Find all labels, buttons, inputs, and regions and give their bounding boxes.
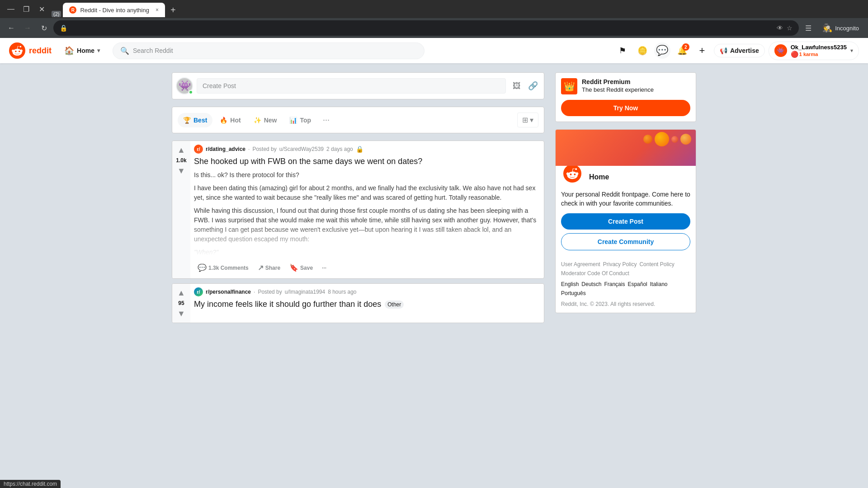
new-icon: ✨ xyxy=(254,117,261,124)
downvote-button-1[interactable]: ▼ xyxy=(176,165,187,176)
sort-best-label: Best xyxy=(193,117,207,124)
moderator-code-link[interactable]: Moderator Code Of Conduct xyxy=(561,270,629,277)
vote-column-2: ▲ 95 ▼ xyxy=(172,284,190,323)
post-separator-1: · xyxy=(248,146,250,152)
comments-button-1[interactable]: 💬 1.3k Comments xyxy=(194,261,252,275)
post-author-1[interactable]: u/ScaredWay2539 xyxy=(279,146,324,152)
address-input[interactable]: reddit.com/?rdt=44567 xyxy=(71,24,773,32)
post-flair-2: Other xyxy=(385,300,404,309)
reddit-logo[interactable]: reddit xyxy=(9,42,52,59)
sidebar-button[interactable]: ☰ xyxy=(802,21,815,35)
comments-icon-1: 💬 xyxy=(198,263,207,272)
vote-count-1: 1.0k xyxy=(176,157,186,164)
lang-deutsch[interactable]: Deutsch xyxy=(581,281,601,287)
home-icon: 🏠 xyxy=(64,46,74,56)
sort-new-label: New xyxy=(264,117,277,124)
sort-best-tab[interactable]: 🏆 Best xyxy=(178,113,212,127)
post-time-2: 8 hours ago xyxy=(328,289,356,295)
sort-hot-label: Hot xyxy=(230,117,241,124)
downvote-button-2[interactable]: ▼ xyxy=(176,308,187,319)
sidebar-create-post-button[interactable]: Create Post xyxy=(561,213,690,230)
user-avatar-icon: 👾 xyxy=(777,47,784,54)
sort-top-tab[interactable]: 📊 Top xyxy=(284,113,316,127)
upvote-button-1[interactable]: ▲ xyxy=(176,145,187,155)
back-button[interactable]: ← xyxy=(5,21,18,35)
karma-dot: 🔴 xyxy=(791,51,798,58)
user-menu[interactable]: 👾 Ok_Lawfulness5235 🔴 1 karma ▾ xyxy=(769,42,859,60)
incognito-badge: 🕵 Incognito xyxy=(818,21,863,35)
home-label: Home xyxy=(77,47,94,54)
post-meta-1: r/ r/dating_advice · Posted by u/ScaredW… xyxy=(194,145,540,154)
image-upload-button[interactable]: 🖼 xyxy=(509,79,524,93)
privacy-policy-link[interactable]: Privacy Policy xyxy=(603,261,637,267)
report-icon-button[interactable]: ⚑ xyxy=(614,42,631,59)
post-text-1: Is this... ok? Is there protocol for thi… xyxy=(194,170,540,257)
chat-icon: 💬 xyxy=(656,45,668,56)
share-label-1: Share xyxy=(265,265,280,271)
advertise-label: Advertise xyxy=(730,47,759,54)
notifications-button[interactable]: 🔔 2 xyxy=(674,42,690,59)
top-icon: 📊 xyxy=(289,117,297,124)
sort-hot-tab[interactable]: 🔥 Hot xyxy=(214,113,246,127)
content-policy-link[interactable]: Content Policy xyxy=(639,261,674,267)
maximize-button[interactable]: ❐ xyxy=(20,3,33,15)
share-icon-1: ↗ xyxy=(258,263,264,272)
active-tab[interactable]: R Reddit - Dive into anything × xyxy=(63,3,165,17)
posted-by-1: Posted by xyxy=(252,146,276,152)
feed-column: 👾 Create Post 🖼 🔗 🏆 Best 🔥 xyxy=(172,72,544,328)
post-title-1[interactable]: She hooked up with FWB on the same days … xyxy=(194,156,540,167)
upvote-button-2[interactable]: ▲ xyxy=(176,287,187,298)
tab-count: (2) xyxy=(52,11,61,17)
lang-english[interactable]: English xyxy=(561,281,579,287)
close-window-button[interactable]: ✕ xyxy=(35,3,48,15)
sidebar-column: 👑 Reddit Premium The best Reddit experie… xyxy=(555,72,696,328)
user-agreement-link[interactable]: User Agreement xyxy=(561,261,600,267)
online-indicator xyxy=(189,90,193,94)
post-title-2[interactable]: My income feels like it should go furthe… xyxy=(194,299,381,310)
lock-icon-1: 🔒 xyxy=(356,145,363,153)
eye-off-icon: 👁 xyxy=(777,24,783,32)
advertise-button[interactable]: 📢 Advertise xyxy=(714,44,765,57)
tab-close-button[interactable]: × xyxy=(156,7,159,13)
post-para-4: "When?" xyxy=(194,248,540,257)
lang-espanol[interactable]: Español xyxy=(627,281,647,287)
search-bar[interactable]: 🔍 Search Reddit xyxy=(113,42,425,59)
new-tab-button[interactable]: + xyxy=(167,3,179,17)
sort-new-tab[interactable]: ✨ New xyxy=(248,113,283,127)
view-options-button[interactable]: ⊞ ▾ xyxy=(517,113,538,127)
create-post-plus-button[interactable]: + xyxy=(694,42,710,59)
link-button[interactable]: 🔗 xyxy=(526,79,540,93)
chat-icon-button[interactable]: 💬 xyxy=(654,42,670,59)
save-button-1[interactable]: 🔖 Save xyxy=(286,261,316,275)
create-post-input[interactable]: Create Post xyxy=(197,78,506,94)
lang-italiano[interactable]: Italiano xyxy=(650,281,668,287)
try-now-button[interactable]: Try Now xyxy=(561,100,690,116)
more-button-1[interactable]: ··· xyxy=(318,262,330,274)
browser-chrome: — ❐ ✕ (2) R Reddit - Dive into anything … xyxy=(0,0,868,38)
lang-portugues[interactable]: Português xyxy=(561,290,586,296)
home-nav[interactable]: 🏠 Home ▾ xyxy=(59,43,105,58)
create-post-box: 👾 Create Post 🖼 🔗 xyxy=(172,72,544,99)
header-actions: ⚑ 🪙 💬 🔔 2 + 📢 Advertise 👾 xyxy=(614,42,859,60)
forward-button[interactable]: → xyxy=(21,21,34,35)
reddit-header: reddit 🏠 Home ▾ 🔍 Search Reddit ⚑ 🪙 💬 xyxy=(0,38,868,63)
share-button-1[interactable]: ↗ Share xyxy=(254,261,284,275)
banner-decoration xyxy=(643,132,691,146)
subreddit-name-2[interactable]: r/personalfinance xyxy=(206,289,251,295)
address-bar[interactable]: 🔒 reddit.com/?rdt=44567 👁 ☆ xyxy=(53,20,799,36)
post-author-2[interactable]: u/Imaginata1994 xyxy=(285,289,325,295)
reload-button[interactable]: ↻ xyxy=(37,21,51,35)
search-placeholder: Search Reddit xyxy=(133,47,173,54)
save-icon-1: 🔖 xyxy=(289,263,298,272)
user-avatar-create: 👾 xyxy=(176,77,193,94)
coins-icon-button[interactable]: 🪙 xyxy=(634,42,651,59)
best-icon: 🏆 xyxy=(183,117,191,124)
premium-title: Reddit Premium xyxy=(582,78,654,85)
subreddit-name-1[interactable]: r/dating_advice xyxy=(206,146,245,152)
lang-francais[interactable]: Français xyxy=(604,281,625,287)
reddit-app: reddit 🏠 Home ▾ 🔍 Search Reddit ⚑ 🪙 💬 xyxy=(0,38,868,472)
minimize-button[interactable]: — xyxy=(5,3,17,15)
vote-count-2: 95 xyxy=(178,300,184,306)
create-community-button[interactable]: Create Community xyxy=(561,233,690,250)
sort-more-button[interactable]: ··· xyxy=(318,112,334,128)
